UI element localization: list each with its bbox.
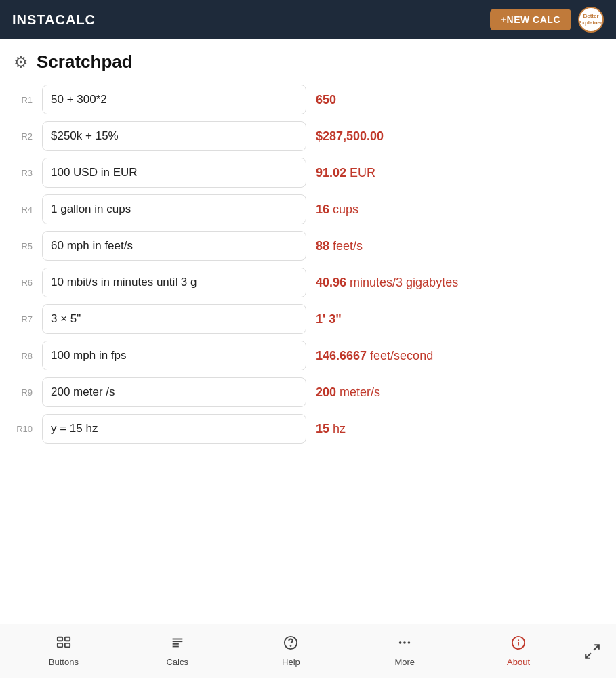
calc-result: 91.02 EUR <box>316 166 602 180</box>
sidebar-item-help[interactable]: Help <box>234 630 348 673</box>
result-unit: EUR <box>346 166 375 179</box>
row-label: R1 <box>14 95 33 105</box>
result-unit: hz <box>329 422 346 436</box>
svg-rect-0 <box>58 637 62 641</box>
result-number: 40.96 <box>316 276 346 289</box>
result-number: 88 <box>316 239 329 253</box>
svg-point-12 <box>408 641 411 644</box>
result-number: 91.02 <box>316 166 346 179</box>
result-number: 200 <box>316 385 336 399</box>
calcs-icon <box>170 635 185 654</box>
table-row: R71' 3" <box>14 304 602 334</box>
calc-result: 200 meter/s <box>316 385 602 400</box>
nav-label-more: More <box>394 657 415 667</box>
row-label: R7 <box>14 314 33 324</box>
result-unit: minutes/3 gigabytes <box>346 276 458 289</box>
calc-input[interactable] <box>42 85 306 114</box>
result-number: 1' 3" <box>316 312 342 326</box>
row-label: R4 <box>14 205 33 215</box>
calc-result: 146.6667 feet/second <box>316 349 602 363</box>
help-icon <box>283 635 298 654</box>
gear-icon[interactable]: ⚙ <box>14 53 28 72</box>
buttons-icon <box>56 635 71 654</box>
table-row: R391.02 EUR <box>14 158 602 188</box>
sidebar-item-calcs[interactable]: Calcs <box>121 630 234 673</box>
calc-result: 40.96 minutes/3 gigabytes <box>316 276 602 290</box>
calc-input[interactable] <box>42 341 306 370</box>
calc-input[interactable] <box>42 194 306 224</box>
calc-input[interactable] <box>42 231 306 261</box>
calc-input[interactable] <box>42 121 306 151</box>
new-calc-button[interactable]: +NEW CALC <box>490 9 571 30</box>
main-content: ⚙ Scratchpad R1650R2$287,500.00R391.02 E… <box>0 39 616 624</box>
about-icon <box>511 635 526 654</box>
header-right: +NEW CALC BetterExplained <box>490 7 604 33</box>
row-label: R8 <box>14 351 33 361</box>
calc-result: $287,500.00 <box>316 129 602 144</box>
calc-input[interactable] <box>42 158 306 188</box>
table-row: R416 cups <box>14 194 602 224</box>
more-icon <box>397 635 412 654</box>
svg-point-10 <box>399 641 402 644</box>
svg-point-11 <box>403 641 406 644</box>
table-row: R2$287,500.00 <box>14 121 602 151</box>
result-number: 650 <box>316 93 336 106</box>
table-row: R8146.6667 feet/second <box>14 341 602 370</box>
row-label: R10 <box>14 424 33 434</box>
nav-label-calcs: Calcs <box>166 657 188 667</box>
calc-rows-container: R1650R2$287,500.00R391.02 EURR416 cupsR5… <box>14 85 602 444</box>
avatar[interactable]: BetterExplained <box>578 7 604 33</box>
svg-point-9 <box>291 645 291 646</box>
avatar-label: BetterExplained <box>578 13 604 26</box>
result-unit: feet/second <box>367 349 433 362</box>
row-label: R5 <box>14 241 33 251</box>
table-row: R640.96 minutes/3 gigabytes <box>14 268 602 297</box>
table-row: R1015 hz <box>14 414 602 444</box>
calc-input[interactable] <box>42 304 306 334</box>
result-number: 15 <box>316 422 329 436</box>
table-row: R588 feet/s <box>14 231 602 261</box>
calc-result: 88 feet/s <box>316 239 602 253</box>
result-unit: cups <box>329 203 358 216</box>
row-label: R2 <box>14 131 33 142</box>
nav-label-help: Help <box>282 657 300 667</box>
row-label: R9 <box>14 387 33 398</box>
bottom-nav: Buttons Calcs Help More About <box>0 624 616 678</box>
app-title: INSTACALC <box>12 12 96 28</box>
calc-input[interactable] <box>42 414 306 444</box>
result-unit: meter/s <box>336 385 380 399</box>
nav-label-about: About <box>507 657 530 667</box>
table-row: R9200 meter/s <box>14 377 602 407</box>
calc-input[interactable] <box>42 268 306 297</box>
nav-label-buttons: Buttons <box>49 657 79 667</box>
calc-result: 1' 3" <box>316 312 602 326</box>
svg-rect-2 <box>58 643 62 648</box>
calc-result: 15 hz <box>316 422 602 436</box>
calc-result: 650 <box>316 93 602 107</box>
svg-rect-3 <box>65 643 70 648</box>
sidebar-item-about[interactable]: About <box>461 630 575 673</box>
svg-line-16 <box>594 645 599 650</box>
scratchpad-header: ⚙ Scratchpad <box>14 51 602 72</box>
result-unit: feet/s <box>329 239 363 253</box>
sidebar-item-more[interactable]: More <box>348 630 461 673</box>
table-row: R1650 <box>14 85 602 114</box>
result-number: 16 <box>316 203 329 216</box>
svg-line-17 <box>586 653 591 658</box>
result-number: 146.6667 <box>316 349 367 362</box>
expand-button[interactable] <box>575 637 609 666</box>
svg-rect-1 <box>65 637 70 641</box>
calc-input[interactable] <box>42 377 306 407</box>
sidebar-item-buttons[interactable]: Buttons <box>7 630 121 673</box>
row-label: R3 <box>14 168 33 178</box>
calc-result: 16 cups <box>316 203 602 217</box>
page-title: Scratchpad <box>37 51 133 72</box>
app-header: INSTACALC +NEW CALC BetterExplained <box>0 0 616 39</box>
row-label: R6 <box>14 278 33 288</box>
result-number: $287,500.00 <box>316 129 384 143</box>
svg-point-15 <box>518 640 519 641</box>
